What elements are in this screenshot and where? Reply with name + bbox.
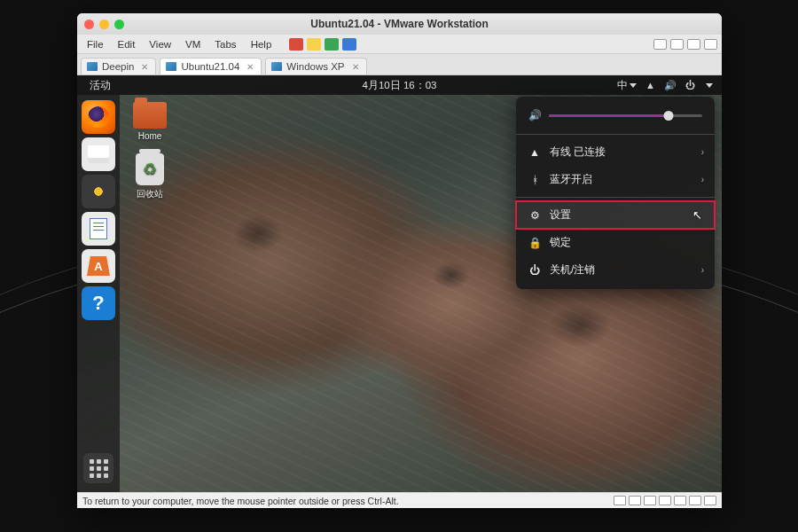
close-icon[interactable]: ✕	[246, 62, 254, 72]
tab-ubuntu[interactable]: Ubuntu21.04 ✕	[160, 58, 262, 74]
network-icon: ▲	[528, 146, 541, 159]
clock[interactable]: 4月10日 16：03	[363, 79, 437, 92]
gnome-top-bar: 活动 4月10日 16：03 中 ▲ 🔊 ⏻	[77, 75, 722, 95]
power-icon: ⏻	[528, 264, 541, 277]
volume-icon[interactable]: 🔊	[664, 80, 677, 91]
toolbar-play-icon[interactable]	[325, 38, 339, 51]
files-icon[interactable]	[82, 137, 115, 171]
toolbar-power-icon[interactable]	[289, 38, 303, 51]
device-printer-icon[interactable]	[689, 496, 701, 505]
network-icon[interactable]: ▲	[645, 80, 655, 90]
titlebar[interactable]: Ubuntu21.04 - VMware Workstation	[77, 13, 722, 35]
separator	[516, 134, 715, 135]
volume-icon: 🔊	[528, 109, 542, 121]
window-title: Ubuntu21.04 - VMware Workstation	[310, 18, 488, 30]
menu-help[interactable]: Help	[245, 36, 278, 52]
power-icon[interactable]: ⏻	[685, 80, 695, 90]
guest-viewport[interactable]: 活动 4月10日 16：03 中 ▲ 🔊 ⏻ ? Home	[77, 75, 722, 492]
menu-label: 关机/注销	[550, 262, 595, 278]
menu-label: 设置	[550, 207, 571, 223]
device-display-icon[interactable]	[704, 496, 716, 505]
menu-vm[interactable]: VM	[179, 36, 207, 52]
minimize-icon[interactable]	[99, 20, 109, 29]
device-usb-icon[interactable]	[659, 496, 671, 505]
activities-button[interactable]: 活动	[81, 79, 120, 92]
toolbar-pause-icon[interactable]	[307, 38, 321, 51]
close-icon[interactable]: ✕	[352, 62, 359, 72]
music-icon[interactable]	[82, 175, 115, 208]
tab-label: Deepin	[102, 61, 134, 72]
chevron-down-icon[interactable]	[706, 83, 713, 88]
menu-label: 蓝牙开启	[550, 172, 592, 187]
chevron-down-icon	[630, 83, 637, 88]
menu-item-settings[interactable]: ⚙ 设置 ↖	[516, 201, 715, 229]
menu-item-power[interactable]: ⏻ 关机/注销 ›	[516, 256, 715, 284]
menu-tabs[interactable]: Tabs	[208, 36, 242, 52]
toolbar-view-icon[interactable]	[704, 39, 717, 50]
chevron-right-icon: ›	[701, 265, 704, 275]
software-store-icon[interactable]	[82, 249, 115, 283]
tab-label: Windows XP	[286, 61, 344, 72]
firefox-icon[interactable]	[82, 100, 115, 134]
status-hint: To return to your computer, move the mou…	[82, 496, 399, 506]
toolbar-thumbnail-icon[interactable]	[687, 39, 700, 50]
show-apps-button[interactable]	[83, 453, 113, 483]
device-disk-icon[interactable]	[614, 496, 626, 505]
cursor-icon: ↖	[692, 207, 702, 221]
volume-row: 🔊	[516, 106, 715, 130]
tab-windowsxp[interactable]: Windows XP ✕	[265, 58, 366, 74]
system-menu-popover: 🔊 ▲ 有线 已连接 › ᚼ 蓝牙开启 › ⚙ 设置 ↖	[516, 97, 715, 289]
menu-bar: File Edit View VM Tabs Help	[77, 35, 722, 54]
close-icon[interactable]: ✕	[141, 62, 148, 72]
menu-item-lock[interactable]: 🔒 锁定	[516, 229, 715, 256]
chevron-right-icon: ›	[701, 175, 704, 184]
icon-label: 回收站	[137, 189, 163, 199]
vm-tab-bar: Deepin ✕ Ubuntu21.04 ✕ Windows XP ✕	[77, 54, 722, 75]
vm-tab-icon	[271, 62, 282, 71]
separator	[516, 197, 715, 198]
vm-tab-icon	[87, 62, 98, 71]
trash-icon[interactable]: ♻ 回收站	[125, 153, 175, 200]
toolbar-unity-icon[interactable]	[670, 39, 684, 50]
maximize-icon[interactable]	[114, 20, 124, 29]
help-icon[interactable]: ?	[82, 286, 115, 320]
slider-thumb-icon[interactable]	[663, 111, 673, 121]
toolbar-snapshot-icon[interactable]	[342, 38, 356, 51]
device-net-icon[interactable]	[644, 496, 656, 505]
document-icon[interactable]	[82, 212, 115, 246]
gear-icon: ⚙	[528, 209, 541, 222]
ime-indicator[interactable]: 中	[617, 79, 637, 92]
folder-icon	[133, 102, 167, 129]
close-icon[interactable]	[84, 20, 94, 29]
menu-label: 锁定	[550, 235, 571, 250]
chevron-right-icon: ›	[701, 147, 704, 157]
device-cd-icon[interactable]	[629, 496, 641, 505]
menu-edit[interactable]: Edit	[112, 36, 142, 52]
window-controls	[84, 20, 124, 29]
lock-icon: 🔒	[528, 237, 541, 249]
menu-file[interactable]: File	[81, 36, 110, 52]
menu-label: 有线 已连接	[550, 145, 606, 160]
menu-view[interactable]: View	[143, 36, 177, 52]
menu-item-wired[interactable]: ▲ 有线 已连接 ›	[516, 138, 715, 166]
home-folder-icon[interactable]: Home	[125, 102, 175, 141]
vmware-window: Ubuntu21.04 - VMware Workstation File Ed…	[77, 13, 722, 508]
tab-deepin[interactable]: Deepin ✕	[81, 58, 156, 74]
desktop-icons-area: Home ♻ 回收站	[125, 102, 175, 200]
tab-label: Ubuntu21.04	[181, 61, 239, 72]
bluetooth-icon: ᚼ	[528, 174, 541, 186]
icon-label: Home	[138, 131, 162, 141]
device-sound-icon[interactable]	[674, 496, 686, 505]
recycle-icon: ♻	[136, 153, 164, 185]
volume-slider[interactable]	[549, 114, 702, 117]
vm-tab-icon	[166, 62, 176, 71]
vmware-status-bar: To return to your computer, move the mou…	[77, 492, 722, 508]
ubuntu-dock: ?	[77, 95, 120, 492]
menu-item-bluetooth[interactable]: ᚼ 蓝牙开启 ›	[516, 166, 715, 193]
toolbar-fullscreen-icon[interactable]	[653, 39, 667, 50]
